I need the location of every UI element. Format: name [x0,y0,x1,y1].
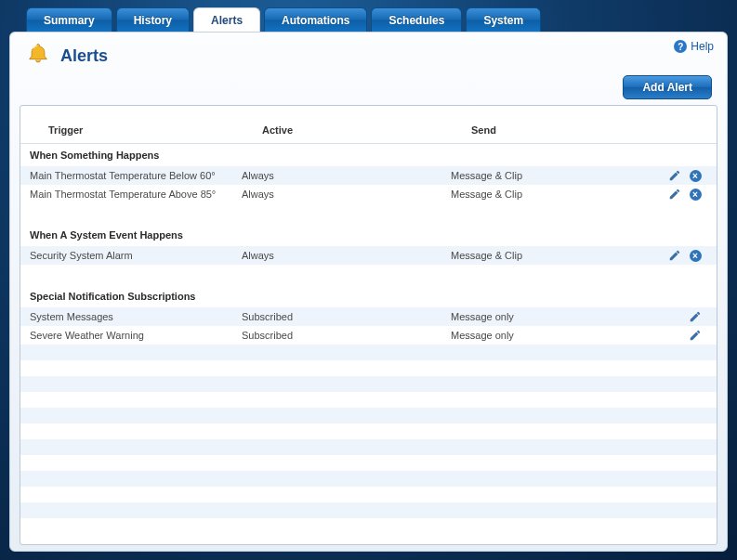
column-header-active: Active [262,124,471,136]
row-send: Message & Clip [451,189,581,200]
table-row: Main Thermostat Temperature Below 60°Alw… [20,166,717,185]
column-headers: Trigger Active Send [20,106,717,143]
delete-icon[interactable]: × [689,169,702,182]
row-trigger: Security System Alarm [30,250,242,261]
help-link[interactable]: ? Help [674,40,714,53]
help-icon: ? [674,40,687,53]
table-row: System MessagesSubscribedMessage only [20,307,717,326]
page-title: Alerts [60,46,108,66]
alerts-grid: Trigger Active Send When Something Happe… [20,105,717,545]
tab-system[interactable]: System [466,7,541,32]
edit-icon[interactable] [689,310,702,323]
edit-icon[interactable] [668,188,681,201]
row-actions [581,310,707,323]
delete-icon[interactable]: × [689,188,702,201]
section-header: When Something Happens [20,144,717,166]
row-send: Message & Clip [451,170,581,181]
main-panel: ? Help Alerts Add Alert Trigger Active S… [9,32,728,552]
bell-icon [25,42,51,70]
add-alert-button[interactable]: Add Alert [623,75,712,99]
row-send: Message only [451,330,581,341]
section-header: Special Notification Subscriptions [20,285,717,307]
tab-summary[interactable]: Summary [26,7,112,32]
row-active: Always [242,250,451,261]
table-row: Security System AlarmAlwaysMessage & Cli… [20,246,717,265]
row-active: Subscribed [242,330,451,341]
row-send: Message only [451,311,581,322]
row-trigger: Main Thermostat Temperature Above 85° [30,189,242,200]
tab-history[interactable]: History [116,7,190,32]
row-actions: × [581,249,707,262]
section-header: When A System Event Happens [20,224,717,246]
help-label: Help [691,40,714,53]
row-trigger: Main Thermostat Temperature Below 60° [30,170,242,181]
tab-automations[interactable]: Automations [264,7,367,32]
row-actions: × [581,188,707,201]
column-header-send: Send [471,124,611,136]
page-title-row: Alerts [25,42,717,70]
edit-icon[interactable] [668,249,681,262]
row-actions [581,329,707,342]
tab-bar: SummaryHistoryAlertsAutomationsSchedules… [26,7,728,32]
delete-icon[interactable]: × [689,249,702,262]
row-active: Subscribed [242,311,451,322]
tab-alerts[interactable]: Alerts [193,7,260,32]
alerts-scroll-area[interactable]: When Something HappensMain Thermostat Te… [20,144,717,544]
row-actions: × [581,169,707,182]
edit-icon[interactable] [668,169,681,182]
table-row: Severe Weather WarningSubscribedMessage … [20,326,717,345]
row-send: Message & Clip [451,250,581,261]
row-active: Always [242,189,451,200]
tab-schedules[interactable]: Schedules [371,7,462,32]
row-active: Always [242,170,451,181]
table-row: Main Thermostat Temperature Above 85°Alw… [20,185,717,203]
column-header-trigger: Trigger [48,124,262,136]
row-trigger: Severe Weather Warning [30,330,242,341]
row-trigger: System Messages [30,311,242,322]
edit-icon[interactable] [689,329,702,342]
